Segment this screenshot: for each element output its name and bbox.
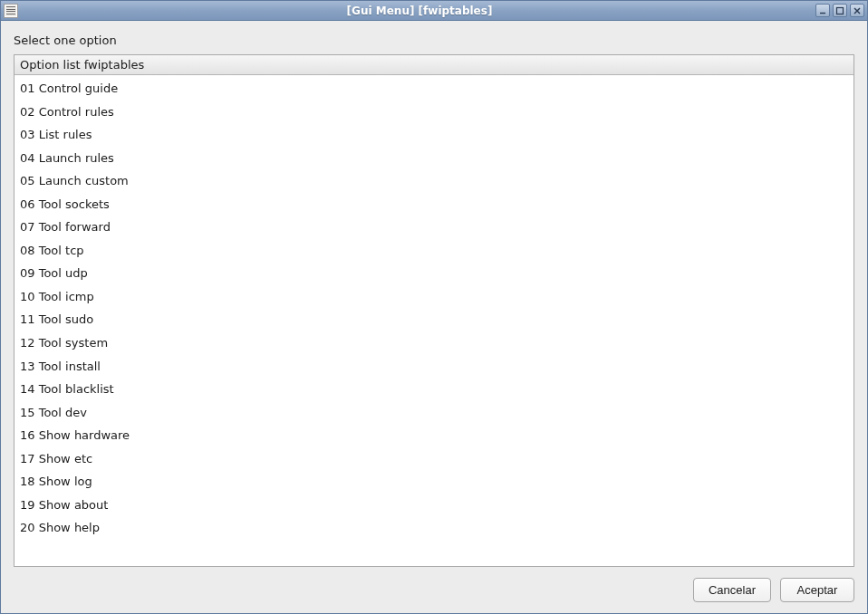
list-item[interactable]: 16 Show hardware [14,424,854,447]
dialog-content: Select one option Option list fwiptables… [1,21,867,613]
accept-button[interactable]: Aceptar [780,578,854,602]
maximize-icon [835,6,844,15]
list-item[interactable]: 06 Tool sockets [14,193,854,216]
window-controls [815,4,864,17]
list-item[interactable]: 18 Show log [14,470,854,494]
list-item[interactable]: 19 Show about [14,494,854,517]
close-icon [853,6,862,15]
list-item[interactable]: 08 Tool tcp [14,239,854,263]
list-item[interactable]: 09 Tool udp [14,262,854,285]
cancel-button[interactable]: Cancelar [693,578,771,602]
maximize-button[interactable] [833,4,847,17]
svg-rect-1 [837,7,844,14]
list-item[interactable]: 05 Launch custom [14,169,854,193]
list-item[interactable]: 14 Tool blacklist [14,378,854,401]
list-item[interactable]: 11 Tool sudo [14,308,854,331]
list-item[interactable]: 20 Show help [14,516,854,540]
close-button[interactable] [850,4,864,17]
window-title: [Gui Menu] [fwiptables] [24,5,815,17]
list-item[interactable]: 07 Tool forward [14,216,854,239]
minimize-button[interactable] [815,4,830,17]
list-item[interactable]: 12 Tool system [14,331,854,355]
option-list[interactable]: Option list fwiptables 01 Control guide0… [14,54,854,567]
option-list-body[interactable]: 01 Control guide02 Control rules03 List … [14,75,854,566]
prompt-label: Select one option [14,34,854,47]
dialog-buttons: Cancelar Aceptar [14,567,854,602]
app-menu-icon[interactable] [4,4,18,18]
list-item[interactable]: 13 Tool install [14,355,854,379]
titlebar[interactable]: [Gui Menu] [fwiptables] [1,1,867,21]
list-item[interactable]: 10 Tool icmp [14,285,854,309]
minimize-icon [818,6,827,15]
list-item[interactable]: 02 Control rules [14,101,854,124]
list-item[interactable]: 17 Show etc [14,447,854,471]
column-header[interactable]: Option list fwiptables [14,55,854,75]
dialog-window: [Gui Menu] [fwiptables] Select one optio… [0,0,868,614]
list-item[interactable]: 03 List rules [14,123,854,147]
list-item[interactable]: 01 Control guide [14,77,854,101]
list-item[interactable]: 15 Tool dev [14,401,854,425]
list-item[interactable]: 04 Launch rules [14,147,854,170]
